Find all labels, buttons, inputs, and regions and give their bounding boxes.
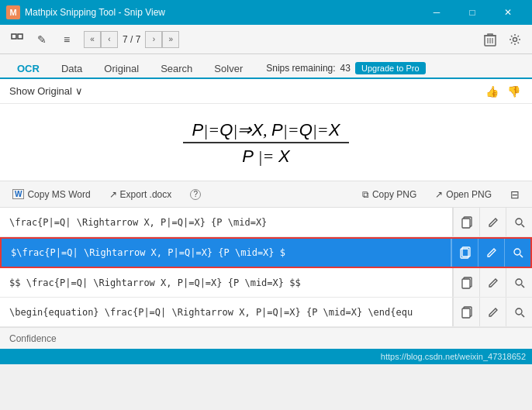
math-display-area: P|=Q|⇒X, P|=Q|=X P |= X: [0, 104, 532, 181]
latex-row-2[interactable]: $\frac{P|=Q| \Rightarrow X, P|=Q|=X} {P …: [0, 237, 532, 268]
copy-png-button[interactable]: ⧉ Copy PNG: [359, 188, 420, 202]
svg-rect-21: [462, 308, 470, 318]
tab-search[interactable]: Search: [150, 60, 203, 79]
nav-count: 7 / 7: [118, 34, 145, 45]
edit-button[interactable]: ✎: [31, 29, 53, 50]
settings-button[interactable]: [504, 29, 526, 50]
svg-point-10: [516, 219, 522, 225]
navigation-group: « ‹ 7 / 7 › »: [84, 31, 179, 48]
minimize-button[interactable]: ─: [419, 0, 454, 25]
svg-point-18: [516, 279, 522, 285]
export-icon: ↗: [109, 189, 117, 200]
svg-rect-17: [462, 279, 470, 288]
action-right: ⧉ Copy PNG ↗ Open PNG ⊟: [359, 187, 523, 202]
app-icon: M: [6, 5, 20, 19]
svg-point-7: [513, 37, 517, 41]
sliders-icon: ⊟: [510, 188, 520, 201]
tab-original[interactable]: Original: [93, 60, 150, 79]
latex-actions-4: [452, 298, 532, 326]
latex-row-3[interactable]: $$ \frac{P|=Q| \Rightarrow X, P|=Q|=X} {…: [0, 268, 532, 298]
show-original-bar: Show Original ∨ 👍 👎: [0, 79, 532, 104]
word-icon: W: [12, 189, 24, 199]
copy-png-icon: ⧉: [362, 189, 369, 200]
svg-point-22: [516, 308, 522, 315]
nav-next-button[interactable]: ›: [145, 31, 162, 48]
title-bar: M Mathpix Snipping Tool - Snip View ─ □ …: [0, 0, 532, 25]
export-docx-button[interactable]: ↗ Export .docx: [106, 188, 175, 202]
tab-ocr[interactable]: OCR: [6, 60, 50, 79]
math-display: P|=Q|⇒X, P|=Q|=X P |= X: [183, 119, 350, 167]
svg-line-11: [521, 224, 524, 227]
search-latex-1-button[interactable]: [506, 208, 532, 236]
sliders-button[interactable]: ⊟: [507, 187, 523, 202]
latex-row-1[interactable]: \frac{P|=Q| \Rightarrow X, P|=Q|=X} {P \…: [0, 208, 532, 237]
edit-latex-3-button[interactable]: [479, 268, 506, 297]
open-png-button[interactable]: ↗ Open PNG: [432, 188, 495, 202]
snip-button[interactable]: [6, 29, 28, 50]
latex-text-3: $$ \frac{P|=Q| \Rightarrow X, P|=Q|=X} {…: [9, 277, 452, 288]
snips-info: Snips remaining: 43 Upgrade to Pro: [266, 62, 425, 78]
svg-rect-9: [462, 219, 470, 228]
nav-last-button[interactable]: »: [162, 31, 179, 48]
help-icon: ?: [190, 189, 201, 200]
close-button[interactable]: ✕: [490, 0, 526, 25]
search-latex-2-button[interactable]: [504, 239, 530, 267]
status-url: https://blog.csdn.net/weixin_47318652: [381, 352, 526, 361]
feedback-group: 👍 👎: [482, 82, 523, 101]
nav-prev-button[interactable]: ‹: [101, 31, 118, 48]
show-original-link[interactable]: Show Original ∨: [9, 85, 83, 97]
search-latex-3-button[interactable]: [506, 268, 532, 297]
copy-latex-2-button[interactable]: [451, 239, 478, 267]
svg-line-15: [520, 255, 523, 258]
copy-latex-1-button[interactable]: [453, 208, 479, 236]
open-png-icon: ↗: [435, 189, 443, 200]
title-bar-text: Mathpix Snipping Tool - Snip View: [25, 7, 419, 18]
confidence-label: Confidence: [9, 333, 57, 344]
svg-line-23: [521, 314, 524, 317]
copy-latex-3-button[interactable]: [453, 268, 479, 297]
svg-line-19: [521, 284, 524, 288]
copy-word-button[interactable]: W Copy MS Word: [9, 188, 94, 202]
help-button[interactable]: ?: [187, 188, 204, 202]
nav-first-button[interactable]: «: [84, 31, 101, 48]
thumbdown-button[interactable]: 👎: [504, 82, 523, 101]
status-bar: https://blog.csdn.net/weixin_47318652: [0, 349, 532, 364]
menu-button[interactable]: ≡: [56, 29, 78, 50]
search-latex-4-button[interactable]: [506, 298, 532, 326]
latex-actions-1: [452, 208, 532, 236]
maximize-button[interactable]: □: [454, 0, 490, 25]
tab-solver[interactable]: Solver: [203, 60, 254, 79]
svg-rect-0: [12, 34, 16, 39]
upgrade-button[interactable]: Upgrade to Pro: [355, 62, 426, 74]
edit-latex-2-button[interactable]: [478, 239, 504, 267]
window-controls: ─ □ ✕: [419, 0, 526, 25]
tab-bar: OCR Data Original Search Solver Snips re…: [0, 54, 532, 79]
show-original-label: Show Original: [9, 85, 72, 97]
latex-text-1: \frac{P|=Q| \Rightarrow X, P|=Q|=X} {P \…: [9, 217, 452, 228]
delete-button[interactable]: [479, 29, 501, 50]
tab-data[interactable]: Data: [50, 60, 93, 79]
snips-count: 43: [340, 63, 351, 74]
snips-remaining-label: Snips remaining:: [266, 63, 335, 74]
thumbup-button[interactable]: 👍: [482, 82, 501, 101]
latex-row-4[interactable]: \begin{equation} \frac{P|=Q| \Rightarrow…: [0, 298, 532, 327]
action-bar: W Copy MS Word ↗ Export .docx ? ⧉ Copy P…: [0, 181, 532, 208]
latex-actions-3: [452, 268, 532, 297]
edit-latex-1-button[interactable]: [479, 208, 506, 236]
svg-point-14: [514, 249, 520, 255]
latex-section: \frac{P|=Q| \Rightarrow X, P|=Q|=X} {P \…: [0, 208, 532, 327]
latex-actions-2: [451, 239, 530, 267]
chevron-down-icon: ∨: [75, 85, 83, 97]
edit-latex-4-button[interactable]: [479, 298, 506, 326]
latex-text-2: $\frac{P|=Q| \Rightarrow X, P|=Q|=X} {P …: [11, 247, 451, 258]
toolbar: ✎ ≡ « ‹ 7 / 7 › »: [0, 25, 532, 54]
confidence-bar: Confidence: [0, 327, 532, 349]
latex-text-4: \begin{equation} \frac{P|=Q| \Rightarrow…: [9, 307, 452, 318]
copy-latex-4-button[interactable]: [453, 298, 479, 326]
svg-rect-1: [18, 34, 22, 39]
